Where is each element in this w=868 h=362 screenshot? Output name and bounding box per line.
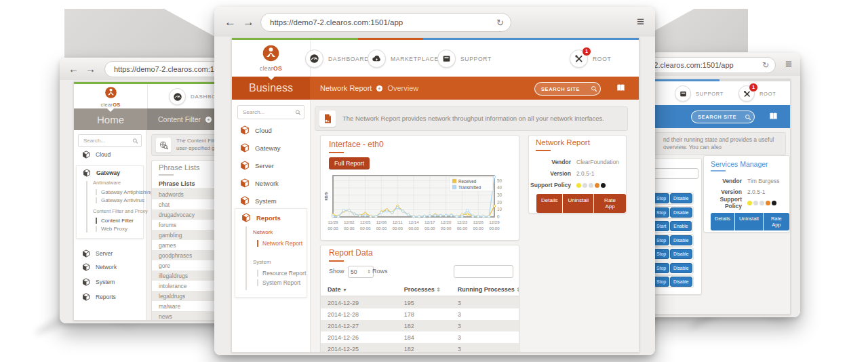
sidebar-item-system[interactable]: System (240, 196, 277, 205)
app-action-buttons: Details Uninstall Rate App (711, 213, 789, 230)
service-action-pair: Stop Disable (652, 235, 693, 246)
reports-cube-icon (241, 213, 251, 222)
sidebar-item-cloud[interactable]: Cloud (82, 150, 111, 159)
user-guide-book-icon[interactable] (768, 111, 779, 121)
enable-button[interactable]: Enable (670, 221, 691, 231)
browser-back-button[interactable]: ← (68, 64, 79, 74)
sidebar-item-system-report[interactable]: System Report (257, 279, 300, 286)
sidebar-item-gateway[interactable]: Gateway (83, 169, 120, 177)
disable-button[interactable]: Disable (670, 235, 692, 245)
stop-button[interactable]: Stop (653, 277, 669, 287)
sidebar-search[interactable] (237, 105, 304, 119)
browser-back-button[interactable]: ← (224, 16, 236, 28)
clearos-logo[interactable]: clearOS (232, 40, 311, 77)
server-cube-icon (240, 161, 250, 170)
uninstall-button[interactable]: Uninstall (735, 213, 763, 230)
site-search-input[interactable] (535, 83, 588, 95)
svg-text:0: 0 (497, 214, 500, 219)
nav-root[interactable]: 1 ROOT (738, 85, 776, 102)
sort-desc-icon: ▼ (342, 287, 347, 292)
stop-button[interactable]: Stop (653, 193, 669, 203)
column-header-date[interactable]: Date ▼ (321, 286, 404, 293)
browser-menu-icon[interactable]: ≡ (637, 15, 644, 28)
uninstall-button[interactable]: Uninstall (563, 194, 593, 213)
stop-button[interactable]: Stop (653, 207, 669, 218)
nav-support[interactable]: SUPPORT (437, 49, 492, 68)
sidebar-item-network-report[interactable]: Network Report (257, 240, 302, 247)
breadcrumb-separator-icon (205, 117, 212, 123)
user-guide-book-icon[interactable] (615, 83, 627, 93)
sidebar-item-system[interactable]: System (82, 278, 115, 286)
sidebar-search-input[interactable] (79, 135, 130, 146)
svg-text:50: 50 (497, 178, 502, 183)
reload-icon[interactable]: ↻ (762, 60, 769, 70)
sidebar-item-server[interactable]: Server (240, 161, 274, 170)
sort-both-icon: ⇕ (436, 287, 441, 293)
disable-button[interactable]: Disable (670, 249, 692, 259)
search-icon (132, 138, 138, 144)
stop-button[interactable]: Stop (653, 263, 669, 273)
sidebar-item-gateway[interactable]: Gateway (240, 143, 281, 153)
browser-forward-button[interactable]: → (85, 64, 96, 74)
rate-app-button[interactable]: Rate App (594, 194, 626, 213)
edition-label: Business (232, 77, 310, 100)
rate-app-button[interactable]: Rate App (764, 213, 789, 230)
sidebar-item-network[interactable]: Network (240, 178, 279, 188)
nav-marketplace[interactable]: MARKETPLACE (368, 49, 439, 68)
nav-root[interactable]: 1 ROOT (570, 49, 611, 68)
breadcrumb-section[interactable]: Network Report (320, 84, 372, 92)
sidebar-item-reports[interactable]: Reports (241, 213, 281, 222)
breadcrumb-section[interactable]: Content Filter (158, 115, 201, 123)
table-row: 2014-12-25 182 3 (321, 343, 519, 353)
stop-button[interactable]: Stop (653, 249, 669, 259)
support-icon (675, 85, 691, 102)
sidebar-item-cloud[interactable]: Cloud (240, 125, 272, 135)
sidebar-item-gateway-antivirus[interactable]: Gateway Antivirus (96, 197, 144, 203)
site-search[interactable] (691, 110, 755, 123)
report-data-panel: Report Data Show 50 ⇕ Rows Date ▼ (320, 245, 519, 353)
network-report-summary-panel: Network Report Vendor ClearFoundation Ve… (528, 135, 627, 214)
support-policy-row: Support Policy (529, 180, 620, 190)
sidebar-item-content-filter[interactable]: Content Filter (96, 218, 134, 224)
details-button[interactable]: Details (711, 213, 734, 230)
disable-button[interactable]: Disable (670, 207, 692, 218)
clearos-logo[interactable]: clearOS (74, 84, 148, 108)
vendor-value: ClearFoundation (576, 159, 619, 165)
site-search[interactable] (534, 82, 601, 96)
sidebar-item-web-proxy[interactable]: Web Proxy (96, 226, 127, 232)
content-filter-info-icon (156, 138, 171, 153)
nav-dashboard[interactable]: DASHBOARD (305, 49, 369, 68)
stop-button[interactable]: Stop (653, 235, 669, 245)
start-button[interactable]: Start (653, 221, 669, 231)
details-button[interactable]: Details (536, 194, 562, 213)
table-filter-input[interactable] (454, 265, 513, 278)
site-search-input[interactable] (692, 111, 742, 123)
root-tools-icon: 1 (738, 85, 755, 102)
address-bar[interactable]: https://demo7-2.clearos.com:1501/app ↻ (260, 13, 511, 32)
svg-text:12/17: 12/17 (425, 220, 435, 224)
disable-button[interactable]: Disable (670, 277, 692, 287)
page-size-select[interactable]: 50 ⇕ (348, 266, 374, 278)
reload-icon[interactable]: ↻ (496, 18, 504, 28)
tree-connector (86, 181, 87, 233)
browser-menu-icon[interactable]: ≡ (785, 58, 792, 70)
sidebar-search-input[interactable] (238, 106, 293, 119)
column-header-processes[interactable]: Processes ⇕ (404, 286, 458, 293)
browser-forward-button[interactable]: → (243, 16, 254, 28)
sidebar-search[interactable] (78, 134, 142, 147)
services-filter-input[interactable] (654, 168, 698, 179)
app-panel-title-underline (536, 150, 551, 151)
full-report-button[interactable]: Full Report (329, 157, 370, 169)
sidebar-item-network[interactable]: Network (82, 263, 117, 271)
sidebar-item-gateway-antiphishing[interactable]: Gateway Antiphishing (96, 189, 153, 195)
nav-support[interactable]: SUPPORT (675, 85, 724, 102)
sidebar-item-resource-report[interactable]: Resource Report (257, 270, 306, 277)
disable-button[interactable]: Disable (670, 193, 692, 203)
svg-text:12/29: 12/29 (489, 220, 500, 224)
sidebar-item-server[interactable]: Server (82, 249, 113, 258)
root-notification-badge: 1 (749, 83, 758, 92)
disable-button[interactable]: Disable (670, 263, 692, 273)
interface-eth0-panel: Interface - eth0 Full Report 01020304050… (320, 135, 519, 241)
sidebar-item-reports[interactable]: Reports (82, 293, 116, 301)
column-header-running-processes[interactable]: Running Processes ⇕ (458, 286, 519, 293)
